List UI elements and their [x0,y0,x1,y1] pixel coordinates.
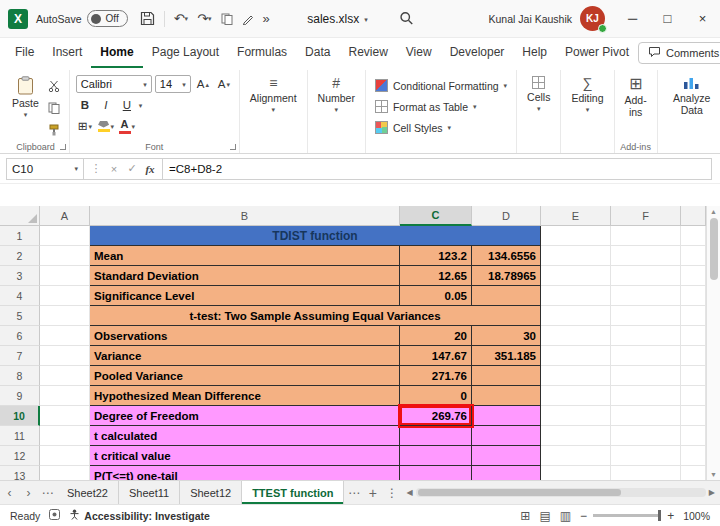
tab-data[interactable]: Data [296,38,339,68]
col-header-D[interactable]: D [472,206,541,226]
cell-B2[interactable]: Mean [90,246,400,266]
tab-options-icon[interactable]: ⋮ [382,481,401,504]
fill-color-icon[interactable]: ▾ [97,117,115,135]
sheet-tab-sheet11[interactable]: Sheet11 [119,481,180,504]
row-header-12[interactable]: 12 [0,446,40,466]
font-name-select[interactable]: Calibri▾ [76,75,152,93]
cell-D13[interactable] [472,466,541,480]
next-sheet-icon[interactable]: › [19,481,38,504]
cell-styles-button[interactable]: Cell Styles ▾ [372,118,510,137]
excel-app-icon[interactable]: X [8,9,28,29]
more-commands-icon[interactable]: » [259,7,274,31]
cell-A13[interactable] [40,466,90,480]
cell-D4[interactable] [472,286,541,306]
horizontal-scrollbar[interactable]: ◀ ▶ [406,481,715,504]
cell-E11[interactable] [541,426,611,446]
analyze-data-button[interactable]: Analyze Data [664,72,720,116]
page-layout-view-icon[interactable]: ▤ [539,509,550,523]
horizontal-scroll-track[interactable] [416,488,706,497]
cell-A9[interactable] [40,386,90,406]
cell-E10[interactable] [541,406,611,426]
cell-E5[interactable] [541,306,611,326]
cell-C6[interactable]: 20 [400,326,472,346]
kebab-icon[interactable]: ⋮ [88,162,104,175]
cell-B10[interactable]: Degree of Freedom [90,406,400,426]
vertical-scroll-thumb[interactable] [710,218,718,280]
tab-overflow-icon[interactable]: ⋯ [344,481,363,504]
tab-insert[interactable]: Insert [43,38,91,68]
cell-D2[interactable]: 134.6556 [472,246,541,266]
active-cell-C10[interactable]: 269.76 [400,406,472,426]
cell-E1[interactable] [541,226,611,246]
autosave-toggle[interactable]: Off [87,10,128,27]
cell-B8[interactable]: Pooled Variance [90,366,400,386]
row-header-13[interactable]: 13 [0,466,40,480]
cell-C7[interactable]: 147.67 [400,346,472,366]
tab-home[interactable]: Home [91,38,142,68]
avatar[interactable]: KJ [580,6,605,31]
cell-F3[interactable] [611,266,681,286]
cell-F10[interactable] [611,406,681,426]
enter-icon[interactable]: ✓ [124,162,140,175]
row-header-5[interactable]: 5 [0,306,40,326]
cell-A7[interactable] [40,346,90,366]
document-title[interactable]: sales.xlsx ▾ [307,0,413,38]
cancel-icon[interactable]: × [106,163,122,175]
scroll-down-icon[interactable]: ▼ [710,471,717,478]
zoom-out-icon[interactable]: − [580,509,587,523]
select-all-corner[interactable] [0,206,40,226]
sheet-tab-sheet12[interactable]: Sheet12 [180,481,242,504]
zoom-slider[interactable] [593,514,661,517]
draw-pen-icon[interactable] [238,7,258,31]
more-sheets-icon[interactable]: ⋯ [38,481,57,504]
cell-A4[interactable] [40,286,90,306]
tab-power-pivot[interactable]: Power Pivot [556,38,638,68]
cell-B6[interactable]: Observations [90,326,400,346]
row-header-3[interactable]: 3 [0,266,40,286]
cell-F5[interactable] [611,306,681,326]
cell-C4[interactable]: 0.05 [400,286,472,306]
cell-E12[interactable] [541,446,611,466]
cell-A10[interactable] [40,406,90,426]
addins-button[interactable]: ⊞ Add-ins [621,72,651,118]
scroll-left-icon[interactable]: ◀ [406,488,412,497]
cell-E8[interactable] [541,366,611,386]
insert-function-icon[interactable]: fx [142,163,158,175]
dialog-launcher-icon[interactable] [60,144,66,150]
zoom-slider-knob[interactable] [658,510,661,521]
row-header-7[interactable]: 7 [0,346,40,366]
cell-F9[interactable] [611,386,681,406]
font-color-icon[interactable]: A ▾ [118,117,136,135]
cut-icon[interactable] [45,77,63,95]
cells-button[interactable]: Cells ▾ [523,72,554,112]
cell-D6[interactable]: 30 [472,326,541,346]
tab-help[interactable]: Help [513,38,556,68]
cell-D12[interactable] [472,446,541,466]
format-as-table-button[interactable]: Format as Table ▾ [372,97,510,116]
cell-F8[interactable] [611,366,681,386]
tab-file[interactable]: File [6,38,43,68]
cell-E3[interactable] [541,266,611,286]
font-size-select[interactable]: 14▾ [155,75,191,93]
cell-B5-merged[interactable]: t-test: Two Sample Assuming Equal Varian… [90,306,541,326]
normal-view-icon[interactable]: ⊞ [520,509,530,523]
formula-input[interactable]: =C8+D8-2 [163,158,712,180]
cell-F4[interactable] [611,286,681,306]
cell-C2[interactable]: 123.2 [400,246,472,266]
row-header-6[interactable]: 6 [0,326,40,346]
cell-B7[interactable]: Variance [90,346,400,366]
cell-D11[interactable] [472,426,541,446]
paste-button[interactable]: Paste ▾ [8,72,43,118]
cell-A2[interactable] [40,246,90,266]
editing-button[interactable]: ∑ Editing ▾ [567,72,607,113]
horizontal-scroll-thumb[interactable] [418,489,621,496]
cell-B3[interactable]: Standard Deviation [90,266,400,286]
cell-E4[interactable] [541,286,611,306]
increase-font-icon[interactable]: A▴ [194,75,212,93]
cell-C13[interactable] [400,466,472,480]
col-header-A[interactable]: A [40,206,90,226]
cell-C8[interactable]: 271.76 [400,366,472,386]
tab-review[interactable]: Review [339,38,396,68]
cell-F6[interactable] [611,326,681,346]
cell-A3[interactable] [40,266,90,286]
